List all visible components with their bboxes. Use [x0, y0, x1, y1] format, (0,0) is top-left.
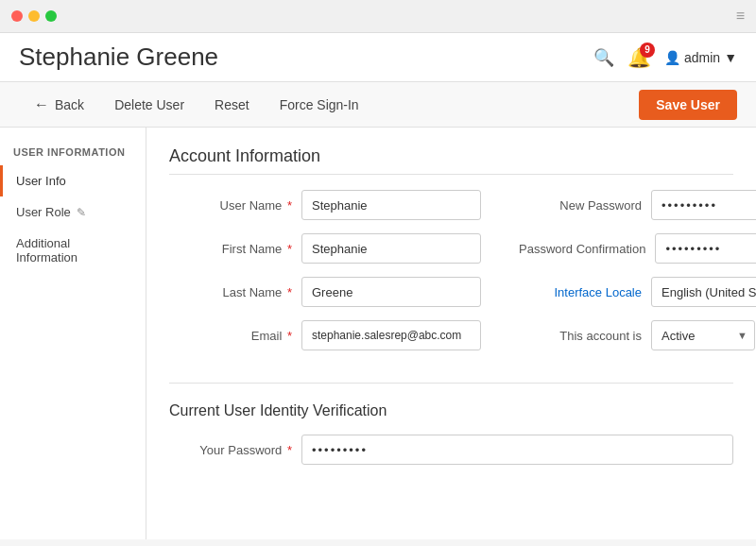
force-sign-in-label: Force Sign-In [280, 97, 359, 112]
new-password-row: New Password [519, 190, 756, 220]
email-row: Email * [169, 320, 481, 350]
section-divider [169, 383, 733, 384]
content-area: Account Information User Name * First Na… [146, 128, 756, 539]
header: Stephanie Greene 🔍 🔔 9 👤 admin ▼ [0, 33, 756, 82]
interface-locale-select-wrap: English (United States) French Spanish G… [651, 277, 756, 307]
admin-menu-button[interactable]: 👤 admin ▼ [664, 50, 737, 65]
sidebar-item-user-info[interactable]: User Info [0, 165, 146, 196]
email-input[interactable] [301, 320, 481, 350]
firstname-row: First Name * [169, 233, 481, 264]
sidebar-item-user-role[interactable]: User Role ✎ [0, 196, 146, 228]
back-button[interactable]: ← Back [19, 82, 99, 127]
sidebar-item-additional-info-label: Additional Information [16, 236, 77, 264]
firstname-label: First Name * [169, 242, 292, 256]
delete-user-button[interactable]: Delete User [99, 82, 199, 127]
account-status-select[interactable]: Active Inactive [651, 320, 755, 350]
traffic-light-yellow[interactable] [28, 10, 40, 22]
account-info-title: Account Information [169, 146, 733, 175]
new-password-label: New Password [519, 198, 642, 213]
notification-badge: 9 [640, 43, 655, 58]
reset-label: Reset [215, 97, 249, 112]
username-required: * [284, 198, 292, 213]
account-status-label: This account is [519, 329, 642, 343]
main-area: USER INFORMATION User Info User Role ✎ A… [0, 128, 756, 539]
your-password-input[interactable] [301, 435, 733, 465]
notification-button[interactable]: 🔔 9 [627, 46, 651, 69]
lastname-row: Last Name * [169, 277, 481, 307]
traffic-light-green[interactable] [45, 10, 57, 22]
traffic-light-red[interactable] [11, 10, 23, 22]
chevron-down-icon: ▼ [724, 50, 737, 65]
admin-label: admin [684, 50, 720, 65]
menu-icon[interactable]: ≡ [736, 8, 745, 25]
lastname-required: * [284, 285, 292, 299]
firstname-required: * [284, 242, 292, 256]
username-label: User Name * [169, 198, 292, 213]
password-confirmation-label: Password Confirmation [519, 242, 645, 256]
password-confirmation-row: Password Confirmation [519, 233, 756, 264]
edit-icon[interactable]: ✎ [77, 206, 86, 219]
interface-locale-select[interactable]: English (United States) French Spanish G… [651, 277, 756, 307]
toolbar: ← Back Delete User Reset Force Sign-In S… [0, 82, 756, 128]
sidebar-item-user-role-label: User Role [16, 205, 71, 219]
new-password-input[interactable] [651, 190, 756, 220]
username-input[interactable] [301, 190, 481, 220]
save-user-label: Save User [656, 97, 720, 112]
firstname-input[interactable] [301, 233, 481, 264]
sidebar-section-title: USER INFORMATION [0, 137, 146, 165]
save-user-button[interactable]: Save User [639, 90, 737, 120]
sidebar-item-user-info-label: User Info [16, 174, 66, 188]
force-sign-in-button[interactable]: Force Sign-In [265, 82, 374, 127]
sidebar: USER INFORMATION User Info User Role ✎ A… [0, 128, 146, 539]
search-button[interactable]: 🔍 [593, 47, 614, 68]
header-actions: 🔍 🔔 9 👤 admin ▼ [593, 46, 737, 69]
form-right-column: New Password Password Confirmation Inter… [509, 190, 756, 364]
title-bar: ≡ [0, 0, 756, 33]
back-arrow-icon: ← [34, 96, 49, 113]
password-confirmation-input[interactable] [655, 233, 756, 264]
lastname-input[interactable] [301, 277, 481, 307]
username-row: User Name * [169, 190, 481, 220]
email-label: Email * [169, 329, 292, 343]
account-status-select-wrap: Active Inactive ▼ [651, 320, 755, 350]
form-left-column: User Name * First Name * Last Name * [169, 190, 509, 364]
your-password-label: Your Password * [169, 443, 292, 457]
delete-user-label: Delete User [114, 97, 184, 112]
sidebar-item-additional-info[interactable]: Additional Information [0, 228, 146, 273]
user-icon: 👤 [664, 50, 680, 65]
lastname-label: Last Name * [169, 285, 292, 299]
account-status-row: This account is Active Inactive ▼ [519, 320, 756, 350]
reset-button[interactable]: Reset [199, 82, 265, 127]
your-password-row: Your Password * [169, 435, 733, 465]
identity-verification-title: Current User Identity Verification [169, 402, 733, 419]
page-title: Stephanie Greene [19, 43, 593, 72]
interface-locale-row: Interface Locale English (United States)… [519, 277, 756, 307]
your-password-required: * [284, 443, 292, 457]
email-required: * [284, 329, 292, 343]
account-info-form: User Name * First Name * Last Name * [169, 190, 733, 364]
search-icon: 🔍 [593, 48, 614, 67]
interface-locale-label: Interface Locale [519, 285, 642, 299]
back-label: Back [55, 97, 84, 112]
